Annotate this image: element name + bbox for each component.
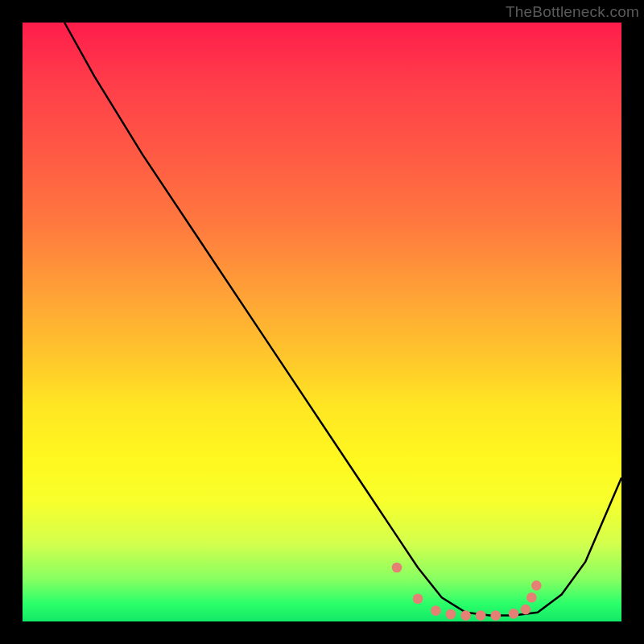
- marker-dot: [509, 609, 519, 619]
- watermark-text: TheBottleneck.com: [506, 3, 639, 21]
- marker-dot: [392, 563, 402, 573]
- marker-dot: [413, 593, 423, 604]
- marker-dot: [490, 610, 501, 621]
- marker-group: [392, 563, 542, 621]
- curve-line: [64, 23, 621, 616]
- marker-dot: [526, 592, 537, 603]
- marker-dot: [476, 610, 486, 621]
- marker-dot: [431, 605, 441, 616]
- chart-plot-area: [23, 23, 621, 621]
- marker-dot: [446, 609, 456, 620]
- chart-svg: [23, 23, 621, 621]
- marker-dot: [460, 610, 471, 621]
- marker-dot: [531, 580, 542, 591]
- marker-dot: [521, 605, 531, 615]
